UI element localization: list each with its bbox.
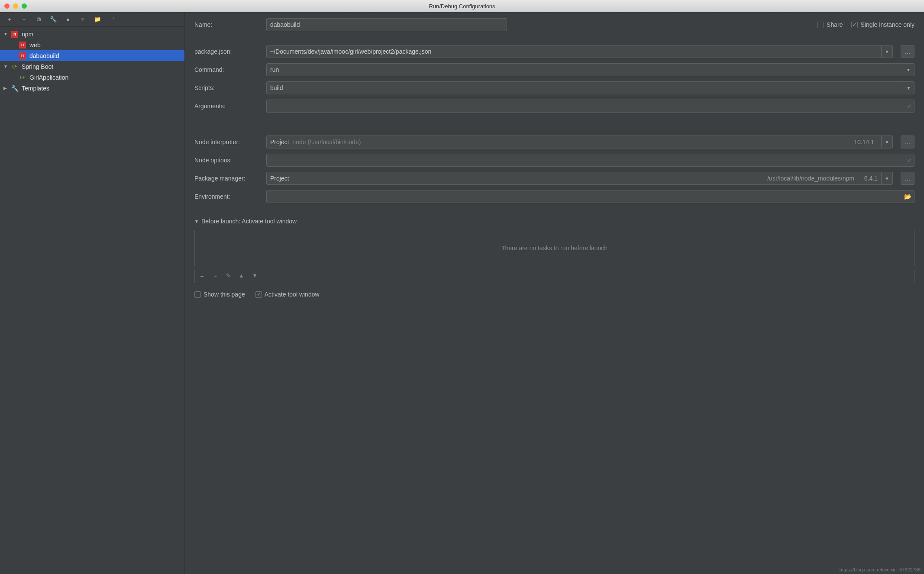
package-json-label: package.json: bbox=[194, 48, 261, 55]
tree-node-dabaobuild[interactable]: dabaobuild bbox=[0, 50, 184, 61]
tree-label: Spring Boot bbox=[22, 63, 53, 70]
chevron-down-icon: ▼ bbox=[881, 136, 892, 148]
package-manager-label: Package manager: bbox=[194, 175, 261, 182]
remove-config-icon[interactable]: － bbox=[20, 16, 28, 23]
edit-task-icon[interactable]: ✎ bbox=[226, 272, 231, 280]
move-down-icon[interactable]: ▼ bbox=[252, 272, 258, 280]
sidebar: ＋ － ⧉ 🔧 ▲ ▼ 📁 ↓ª ▼ npm web dabaobuild bbox=[0, 12, 185, 574]
window-title: Run/Debug Configurations bbox=[0, 3, 924, 10]
wrench-icon: 🔧 bbox=[11, 85, 18, 92]
arguments-input[interactable]: ⤢ bbox=[266, 100, 914, 113]
chevron-right-icon: ▶ bbox=[3, 86, 10, 90]
folder-icon[interactable]: 📂 bbox=[904, 193, 911, 200]
node-options-input[interactable]: ⤢ bbox=[266, 154, 914, 167]
name-input[interactable]: dabaobuild bbox=[266, 18, 507, 31]
scripts-select[interactable]: build ▼ bbox=[266, 81, 914, 94]
activate-tool-window-checkbox[interactable]: Activate tool window bbox=[255, 291, 320, 298]
npm-icon bbox=[19, 42, 26, 48]
expand-icon[interactable]: ⤢ bbox=[907, 103, 911, 109]
package-json-select[interactable]: ~/Documents/dev/java/imooc/girl/web/proj… bbox=[266, 45, 893, 58]
browse-package-manager-button[interactable]: … bbox=[901, 172, 914, 185]
tree-label: dabaobuild bbox=[29, 52, 59, 59]
command-select[interactable]: run ▼ bbox=[266, 63, 914, 76]
environment-label: Environment: bbox=[194, 193, 261, 200]
chevron-down-icon: ▼ bbox=[906, 68, 911, 72]
before-launch-header[interactable]: ▼ Before launch: Activate tool window bbox=[194, 218, 914, 225]
move-down-icon[interactable]: ▼ bbox=[79, 16, 87, 23]
expand-icon[interactable]: ⤢ bbox=[907, 157, 911, 163]
config-tree: ▼ npm web dabaobuild ▼ ⟳ Spring Boot ⟳ G… bbox=[0, 27, 184, 95]
tree-node-npm[interactable]: ▼ npm bbox=[0, 29, 184, 39]
name-label: Name: bbox=[194, 21, 261, 28]
chevron-down-icon: ▼ bbox=[881, 45, 892, 58]
before-launch-toolbar: ＋ － ✎ ▲ ▼ bbox=[194, 270, 914, 283]
node-interpreter-label: Node interpreter: bbox=[194, 139, 261, 145]
browse-package-json-button[interactable]: … bbox=[901, 45, 914, 58]
remove-task-icon[interactable]: － bbox=[213, 272, 218, 280]
chevron-down-icon: ▼ bbox=[881, 172, 892, 184]
package-manager-select[interactable]: Project /usr/local/lib/node_modules/npm … bbox=[266, 172, 893, 185]
chevron-down-icon: ▼ bbox=[903, 82, 914, 94]
move-up-icon[interactable]: ▲ bbox=[239, 272, 244, 280]
before-launch-tasks: There are no tasks to run before launch bbox=[194, 230, 914, 266]
tree-node-templates[interactable]: ▶ 🔧 Templates bbox=[0, 83, 184, 94]
titlebar: Run/Debug Configurations bbox=[0, 0, 924, 12]
chevron-down-icon: ▼ bbox=[194, 219, 199, 224]
node-options-label: Node options: bbox=[194, 157, 261, 164]
watermark: https://blog.csdn.net/weixin_37622786 bbox=[840, 567, 921, 572]
move-up-icon[interactable]: ▲ bbox=[64, 16, 72, 23]
wrench-icon[interactable]: 🔧 bbox=[49, 16, 57, 23]
add-config-icon[interactable]: ＋ bbox=[5, 16, 13, 23]
single-instance-checkbox[interactable]: Single instance only bbox=[851, 21, 914, 28]
chevron-down-icon: ▼ bbox=[3, 32, 10, 36]
sort-icon[interactable]: ↓ª bbox=[108, 16, 116, 23]
share-checkbox[interactable]: Share bbox=[817, 21, 843, 28]
tree-node-spring-boot[interactable]: ▼ ⟳ Spring Boot bbox=[0, 61, 184, 72]
arguments-label: Arguments: bbox=[194, 103, 261, 110]
scripts-label: Scripts: bbox=[194, 84, 261, 91]
separator bbox=[194, 124, 914, 124]
sidebar-toolbar: ＋ － ⧉ 🔧 ▲ ▼ 📁 ↓ª bbox=[0, 12, 184, 27]
npm-icon bbox=[11, 31, 18, 38]
environment-input[interactable]: 📂 bbox=[266, 190, 914, 203]
npm-icon bbox=[19, 52, 26, 59]
tree-node-girl-application[interactable]: ⟳ GirlApplication bbox=[0, 72, 184, 83]
folder-icon[interactable]: 📁 bbox=[94, 16, 101, 23]
tree-label: Templates bbox=[22, 85, 49, 92]
node-interpreter-select[interactable]: Project node (/usr/local/bin/node) 10.14… bbox=[266, 135, 893, 148]
main-panel: Name: dabaobuild Share Single instance o… bbox=[185, 12, 924, 574]
tree-label: GirlApplication bbox=[29, 74, 68, 81]
tree-label: npm bbox=[22, 31, 33, 38]
tree-node-web[interactable]: web bbox=[0, 39, 184, 50]
command-label: Command: bbox=[194, 66, 261, 73]
spring-icon: ⟳ bbox=[11, 63, 18, 70]
show-this-page-checkbox[interactable]: Show this page bbox=[194, 291, 245, 298]
spring-icon: ⟳ bbox=[19, 74, 26, 81]
copy-config-icon[interactable]: ⧉ bbox=[35, 16, 42, 23]
tree-label: web bbox=[29, 42, 41, 48]
browse-interpreter-button[interactable]: … bbox=[901, 135, 914, 148]
chevron-down-icon: ▼ bbox=[3, 64, 10, 69]
add-task-icon[interactable]: ＋ bbox=[199, 272, 205, 280]
